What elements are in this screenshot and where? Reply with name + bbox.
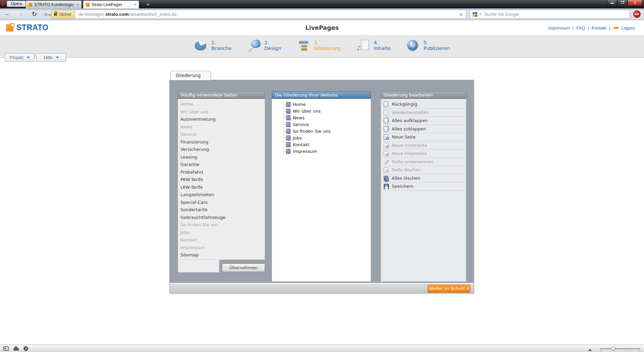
frequent-page-item[interactable]: News xyxy=(180,123,265,131)
next-step-button[interactable]: Weiter zu Schritt 4 xyxy=(428,285,470,293)
edit-action-item[interactable]: Speichern xyxy=(382,182,465,191)
edit-action-item[interactable]: Alles löschen xyxy=(382,174,465,183)
step-number: 3. xyxy=(314,40,341,46)
zoom-menu-arrow-icon[interactable] xyxy=(588,347,592,351)
wizard-step[interactable]: 4. Inhalte xyxy=(356,40,390,52)
new-tab-button[interactable]: + xyxy=(144,1,152,7)
edit-action-item[interactable]: Seite löschen xyxy=(382,166,465,174)
tab-gliederung[interactable]: Gliederung xyxy=(170,71,211,80)
password-key-icon[interactable] xyxy=(44,13,47,16)
page-document-icon xyxy=(286,149,290,154)
tab-close-icon[interactable]: × xyxy=(76,2,79,7)
panels-toggle-icon[interactable] xyxy=(3,346,9,351)
menu-button[interactable]: Hilfe xyxy=(36,53,66,62)
zoom-slider[interactable] xyxy=(600,348,641,349)
frequent-page-item[interactable]: LKW-Tarife xyxy=(180,184,265,191)
wizard-step[interactable]: 1. Branche xyxy=(194,40,231,52)
edit-action-label: Alles zuklappen xyxy=(392,126,426,131)
frequent-page-item[interactable]: Impressum xyxy=(180,244,265,252)
zoom-slider-thumb[interactable] xyxy=(611,346,616,351)
tree-item-label: Kontakt xyxy=(293,142,310,147)
wizard-step[interactable]: 3. Gliederung xyxy=(297,40,341,52)
search-engine-dropdown-icon[interactable]: ▼ xyxy=(477,13,484,16)
browser-tab[interactable]: STRATO Kundenlogin -... × xyxy=(25,0,82,8)
address-field[interactable]: Sicher de-livepages.strato.com/wizard/w3… xyxy=(51,10,466,19)
logout-link[interactable]: Logout xyxy=(621,25,635,31)
frequent-page-item[interactable]: So finden Sie uns xyxy=(180,221,265,229)
edit-action-item[interactable]: Neue Seite xyxy=(382,133,465,141)
adblock-icon[interactable]: ABP xyxy=(633,10,641,18)
wizard-footer: Weiter zu Schritt 4 xyxy=(170,283,474,293)
opera-menu-button[interactable]: Opera xyxy=(7,1,26,7)
frequent-page-item[interactable]: Garantie xyxy=(180,161,265,169)
edit-action-item[interactable]: Seite umbenennen xyxy=(382,158,465,166)
nav-link[interactable]: Kontakt xyxy=(592,25,613,31)
frequent-page-item[interactable]: Versicherung xyxy=(180,146,265,154)
tree-item-label: Home xyxy=(293,102,306,107)
nav-link[interactable]: Impressum xyxy=(548,25,577,31)
outline-tree-item[interactable]: Wir über uns xyxy=(284,108,371,114)
minimize-button[interactable]: ▬ xyxy=(607,0,617,6)
frequent-page-item[interactable]: Wir über uns xyxy=(180,108,265,116)
redo-icon xyxy=(383,110,389,115)
frequent-page-item[interactable]: Autovermietung xyxy=(180,116,265,123)
page-document-icon xyxy=(286,135,290,140)
reload-icon[interactable]: ↻ xyxy=(32,10,37,18)
frequent-page-item[interactable]: PKW-Tarife xyxy=(180,176,265,184)
edit-action-item[interactable]: Neue Unterseite xyxy=(382,141,465,150)
frequent-page-item[interactable]: Sitemap xyxy=(180,251,265,259)
frequent-page-item[interactable]: Home xyxy=(180,101,265,108)
wizard-step[interactable]: 2. Design xyxy=(247,40,281,52)
search-input[interactable] xyxy=(484,12,627,17)
zoom-tick xyxy=(600,350,601,352)
frequent-page-item[interactable]: Langzeitmieten xyxy=(180,191,265,199)
wizard-step[interactable]: 5. Publizieren xyxy=(406,40,450,52)
opera-turbo-icon[interactable] xyxy=(23,346,28,351)
outline-tree-item[interactable]: News xyxy=(284,114,371,121)
outline-tree-item[interactable]: Kontakt xyxy=(284,141,371,148)
tree-item-label: Impressum xyxy=(293,149,317,154)
step-label: Branche xyxy=(211,46,231,51)
step-text: 3. Gliederung xyxy=(314,40,341,51)
apply-button[interactable]: Übernehmen xyxy=(222,263,265,272)
search-field[interactable]: ▼ xyxy=(470,10,630,19)
menu-button[interactable]: Projekt xyxy=(5,53,35,62)
frequent-page-item[interactable]: Finanzierung xyxy=(180,138,265,146)
frequent-page-item[interactable]: Leasing xyxy=(180,154,265,161)
outline-tree-item[interactable]: Home xyxy=(284,101,371,108)
delete-page-icon xyxy=(383,167,389,173)
frequent-page-item[interactable]: Special-Cars xyxy=(180,199,265,207)
frequent-page-item[interactable]: Probefahrt xyxy=(180,169,265,176)
outline-tree-item[interactable]: Service xyxy=(284,121,371,128)
bookmark-star-icon[interactable]: ★ xyxy=(459,11,466,17)
edit-action-item[interactable]: Rückgängig xyxy=(382,100,465,109)
frequent-pages-title: Häufig verwendete Seiten xyxy=(178,91,265,99)
edit-action-item[interactable]: Neue Folgeseite xyxy=(382,150,465,158)
security-badge[interactable]: Sicher xyxy=(51,10,75,18)
outline-tree-item[interactable]: Jobs xyxy=(284,134,371,141)
frequent-page-item[interactable]: Kontakt xyxy=(180,236,265,244)
outline-tree-item[interactable]: Impressum xyxy=(284,148,371,155)
step-text: 4. Inhalte xyxy=(374,40,390,51)
edit-action-item[interactable]: Wiederherstellen xyxy=(382,109,465,117)
close-button[interactable]: ✕ xyxy=(628,0,642,6)
outline-tree-item[interactable]: So finden Sie uns xyxy=(284,128,371,134)
menu-label: Projekt xyxy=(10,55,23,60)
nav-link[interactable]: FAQ xyxy=(576,25,591,31)
frequent-page-item[interactable]: Jobs xyxy=(180,229,265,237)
forward-icon[interactable]: → xyxy=(18,10,24,17)
opera-link-cloud-icon[interactable] xyxy=(13,348,19,351)
frequent-page-item[interactable]: Sondertarife xyxy=(180,206,265,214)
tab-close-icon[interactable]: × xyxy=(134,2,136,7)
browser-titlebar: Opera STRATO Kundenlogin -... × Strato L… xyxy=(0,0,644,8)
edit-action-item[interactable]: Alles zuklappen xyxy=(382,125,465,133)
edit-action-label: Alles aufklappen xyxy=(392,118,428,123)
restore-button[interactable] xyxy=(618,0,627,6)
browser-tab[interactable]: Strato LivePages × xyxy=(83,0,139,8)
frequent-page-item[interactable]: Service xyxy=(180,131,265,138)
back-icon[interactable]: ← xyxy=(5,10,10,17)
edit-action-item[interactable]: Alles aufklappen xyxy=(382,117,465,125)
expand-all-icon xyxy=(383,118,389,123)
frequent-pages-panel: Häufig verwendete Seiten Home Wir über u… xyxy=(178,91,265,273)
frequent-page-item[interactable]: Gebrauchtfahrzeuge xyxy=(180,214,265,222)
